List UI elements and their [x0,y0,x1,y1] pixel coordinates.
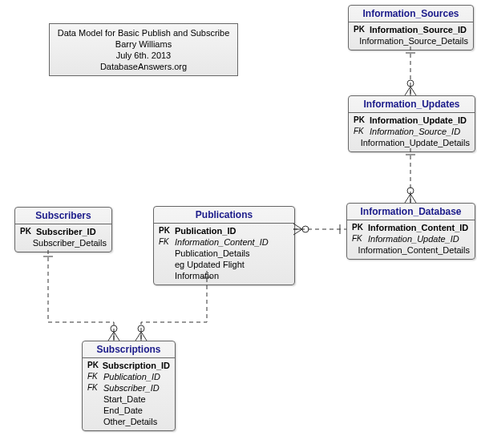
attribute-row: Other_Details [86,416,172,427]
attribute-key [159,259,175,281]
info-line: July 6th. 2013 [56,50,231,61]
entity-body: PKInformation_Update_IDFKInformation_Sou… [349,113,475,151]
svg-point-24 [111,325,117,332]
attribute-key: FK [87,371,103,382]
svg-line-20 [135,332,141,341]
entity-title: Publications [154,207,294,224]
attribute-row: PKPublication_ID [157,225,291,236]
entity-title: Information_Sources [349,6,473,22]
attribute-name: Subscriber_ID [36,226,107,237]
attribute-name: Information_Content_ID [368,222,470,233]
attribute-key: PK [354,115,370,126]
entity-title: Information_Updates [349,96,475,113]
attribute-row: PKInformation_Update_ID [352,115,471,126]
info-line: Barry Williams [56,38,231,50]
attribute-key: FK [159,236,175,248]
svg-line-4 [410,87,416,95]
attribute-name: Publication_ID [103,371,170,382]
attribute-key [352,244,358,256]
attribute-row: PKSubscriber_ID [18,226,108,237]
attribute-row: Start_Date [86,394,172,405]
attribute-row: FKInformation_Content_ID [157,236,291,248]
attribute-row: PKSubscription_ID [86,360,172,371]
attribute-row: Information_Source_Details [352,35,470,46]
attribute-key: FK [87,382,103,394]
attribute-key: PK [20,226,36,237]
attribute-row: FKInformation_Source_ID [352,126,471,137]
attribute-row: End_Date [86,405,172,416]
entity-subscriptions: Subscriptions PKSubscription_IDFKPublica… [82,341,176,431]
attribute-key [87,416,103,427]
svg-line-10 [410,194,416,203]
attribute-name: Information_Update_ID [370,115,470,126]
attribute-key [87,394,103,405]
entity-information-updates: Information_Updates PKInformation_Update… [348,95,475,152]
attribute-key [87,405,103,416]
attribute-name: Information_Source_ID [370,126,470,137]
attribute-key [159,248,175,259]
info-box: Data Model for Basic Publish and Subscri… [49,23,238,76]
svg-point-8 [407,188,414,194]
svg-point-2 [407,80,414,87]
info-line: Data Model for Basic Publish and Subscri… [56,27,231,38]
info-line: DatabaseAnswers.org [56,61,231,72]
attribute-key: PK [354,24,370,35]
entity-information-database: Information_Database PKInformation_Conte… [346,203,475,260]
attribute-name: Information_Source_Details [359,35,468,46]
attribute-row: Information_Update_Details [352,137,471,148]
attribute-key [354,137,361,148]
attribute-row: Subscriber_Details [18,237,108,248]
attribute-key: PK [352,222,368,233]
entity-information-sources: Information_Sources PKInformation_Source… [348,5,474,50]
entity-body: PKSubscriber_IDSubscriber_Details [15,224,111,252]
attribute-name: Information_Content_Details [358,244,470,256]
attribute-name: Start_Date [103,394,170,405]
attribute-key [354,35,359,46]
attribute-name: Information_Update_ID [368,233,470,244]
entity-body: PKInformation_Content_IDFKInformation_Up… [347,220,475,259]
attribute-row: FKSubscriber_ID [86,382,172,394]
attribute-name: End_Date [103,405,170,416]
attribute-name: Publication_Details [175,248,289,259]
entity-body: PKSubscription_IDFKPublication_IDFKSubsc… [83,358,175,430]
attribute-name: Subscriber_ID [103,382,170,394]
svg-point-14 [302,226,309,232]
entity-body: PKInformation_Source_IDInformation_Sourc… [349,22,473,50]
attribute-key [20,237,33,248]
attribute-key: FK [352,233,368,244]
attribute-row: PKInformation_Content_ID [350,222,471,233]
attribute-key: FK [354,126,370,137]
svg-line-3 [405,87,410,95]
attribute-row: Publication_Details [157,248,291,259]
svg-line-25 [108,332,114,341]
attribute-name: Information_Content_ID [175,236,289,248]
attribute-name: Information_Update_Details [361,137,470,148]
attribute-name: Other_Details [103,416,170,427]
svg-line-26 [114,332,119,341]
attribute-name: Information_Source_ID [370,24,468,35]
entity-title: Subscriptions [83,341,175,358]
attribute-name: eg Updated Flight Information [175,259,289,281]
attribute-name: Subscription_ID [103,360,170,371]
svg-point-19 [138,325,144,332]
svg-line-21 [141,332,147,341]
svg-line-9 [405,194,410,203]
entity-title: Subscribers [15,208,111,224]
attribute-key: PK [87,360,103,371]
attribute-key: PK [159,225,175,236]
attribute-name: Publication_ID [175,225,289,236]
attribute-name: Subscriber_Details [33,237,107,248]
entity-title: Information_Database [347,204,475,220]
attribute-row: FKInformation_Update_ID [350,233,471,244]
attribute-row: Information_Content_Details [350,244,471,256]
attribute-row: FKPublication_ID [86,371,172,382]
entity-subscribers: Subscribers PKSubscriber_IDSubscriber_De… [14,207,112,252]
attribute-row: eg Updated Flight Information [157,259,291,281]
attribute-row: PKInformation_Source_ID [352,24,470,35]
entity-body: PKPublication_IDFKInformation_Content_ID… [154,224,294,285]
entity-publications: Publications PKPublication_IDFKInformati… [153,206,295,285]
